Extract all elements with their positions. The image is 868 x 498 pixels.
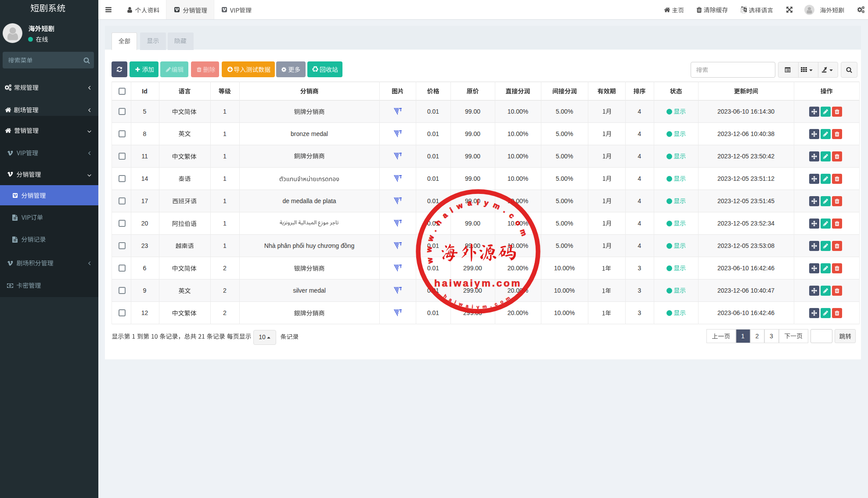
svg-text:haiwaiym.com: haiwaiym.com <box>434 278 522 289</box>
